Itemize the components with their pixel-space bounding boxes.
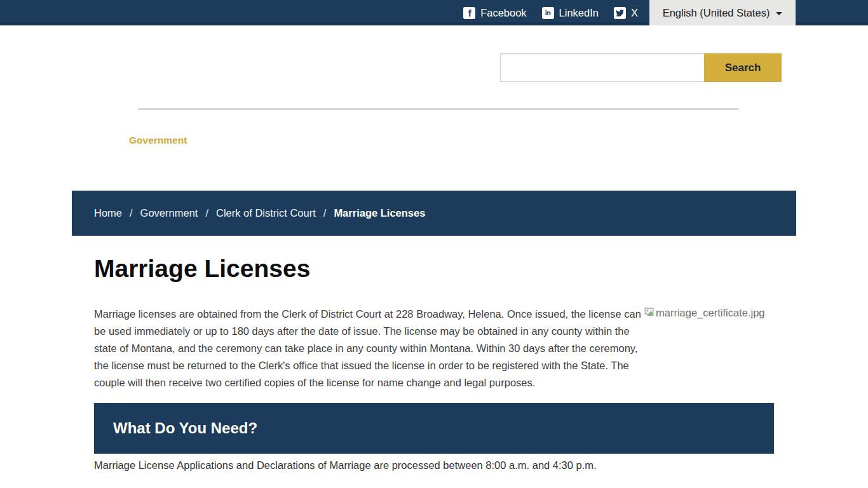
x-twitter-link[interactable]: X [614,7,638,19]
topbar-content: f Facebook in LinkedIn X English (United… [463,0,796,25]
facebook-icon: f [463,7,475,19]
linkedin-label: LinkedIn [559,7,599,19]
breadcrumb-separator: / [130,207,133,219]
nav-item-government[interactable]: Government [129,135,187,146]
search-input[interactable] [500,53,704,82]
page-title: Marriage Licenses [94,255,310,283]
breadcrumb-government[interactable]: Government [140,207,198,219]
facebook-label: Facebook [480,7,526,19]
x-label: X [631,7,638,19]
section-header-title: What Do You Need? [113,419,257,437]
social-links: f Facebook in LinkedIn X [463,0,638,25]
breadcrumb-separator: / [205,207,208,219]
header-divider [138,108,739,110]
section-header-bar: What Do You Need? [94,403,774,454]
section-text: Marriage License Applications and Declar… [94,459,774,471]
language-selector-value: English (United States) [663,7,770,19]
language-selector[interactable]: English (United States) [649,0,796,25]
facebook-link[interactable]: f Facebook [463,7,526,19]
intro-paragraph: marriage_certificate.jpg Marriage licens… [94,306,774,391]
linkedin-link[interactable]: in LinkedIn [542,7,599,19]
broken-image-alt-text: marriage_certificate.jpg [656,306,765,320]
intro-text: Marriage licenses are obtained from the … [94,308,641,388]
breadcrumb: Home / Government / Clerk of District Co… [72,191,796,236]
chevron-down-icon [776,12,782,15]
broken-image-alt: marriage_certificate.jpg [644,306,774,320]
page: f Facebook in LinkedIn X English (United… [0,0,868,488]
broken-image-placeholder: marriage_certificate.jpg [644,306,774,358]
breadcrumb-current-marriage-licenses: Marriage Licenses [334,207,425,219]
breadcrumb-separator: / [323,207,327,219]
twitter-bird-icon [614,7,626,19]
breadcrumb-home[interactable]: Home [94,207,122,219]
linkedin-icon: in [542,7,554,19]
breadcrumb-clerk-of-district-court[interactable]: Clerk of District Court [216,207,316,219]
search-button[interactable]: Search [704,53,782,82]
broken-image-icon [644,307,654,318]
top-utility-bar: f Facebook in LinkedIn X English (United… [0,0,868,25]
